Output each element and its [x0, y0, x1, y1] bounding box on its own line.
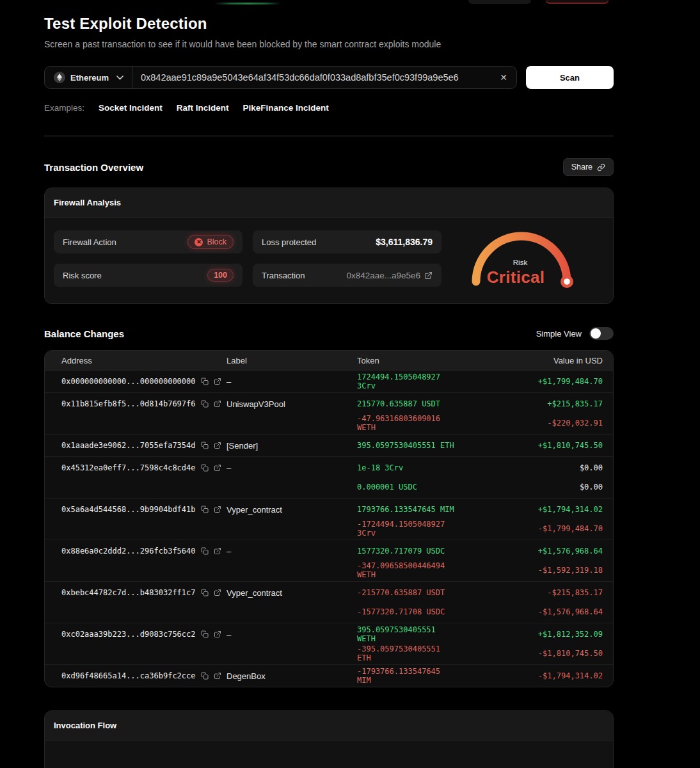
balance-changes-title: Balance Changes [44, 328, 124, 339]
usd-value: +$1,799,484.70 [456, 377, 603, 386]
address-label: [Sender] [227, 441, 357, 451]
address-label: – [227, 547, 357, 556]
token-amount: 0.000001 USDC [357, 483, 456, 492]
external-link-icon[interactable] [214, 672, 221, 680]
external-link-icon[interactable] [214, 378, 221, 385]
usd-value: -$1,592,319.18 [456, 566, 603, 575]
table-row: 0x88e6a0c2ddd2...296fcb3f5640–1577320.71… [45, 540, 613, 582]
transaction-label: Transaction [262, 271, 305, 280]
token-amount: 395.0597530405551 ETH [357, 441, 456, 450]
examples-row: Examples: Socket Incident Raft Incident … [44, 103, 614, 113]
address-label: UniswapV3Pool [227, 399, 357, 409]
address-label: Vyper_contract [227, 588, 357, 598]
copy-icon[interactable] [201, 442, 209, 449]
examples-label: Examples: [44, 103, 84, 113]
simple-view-label: Simple View [536, 329, 582, 339]
transaction-hash-link[interactable]: 0x842aae...a9e5e6 [346, 271, 433, 280]
copy-icon[interactable] [201, 672, 209, 680]
address-text: 0xd96f48665a14...ca36b9fc2cce [61, 671, 196, 680]
loss-protected-label: Loss protected [262, 237, 316, 247]
usd-value: +$215,835.17 [456, 399, 603, 408]
transaction-overview-title: Transaction Overview [44, 162, 143, 173]
usd-value: +$1,576,968.64 [456, 547, 603, 556]
token-amount: 1e-18 3Crv [357, 463, 456, 472]
table-row: 0xc02aaa39b223...d9083c756cc2–395.059753… [45, 623, 613, 665]
table-header: Address Label Token Value in USD [45, 351, 613, 371]
chain-selector[interactable]: Ethereum [45, 67, 132, 88]
example-raft-incident[interactable]: Raft Incident [177, 103, 229, 113]
example-socket-incident[interactable]: Socket Incident [99, 103, 163, 113]
toggle-knob [591, 328, 601, 339]
scan-button[interactable]: Scan [526, 66, 614, 89]
clear-input-icon[interactable]: ✕ [491, 72, 516, 83]
external-link-icon [424, 271, 433, 280]
external-link-icon[interactable] [214, 547, 221, 555]
token-amount: 1577320.717079 USDC [357, 547, 456, 556]
table-row: 0x45312ea0eff7...7598c4c8cd4e–1e-18 3Crv… [45, 457, 613, 499]
table-row: 0xd96f48665a14...ca36b9fc2cceDegenBox-17… [45, 665, 613, 687]
table-row: 0x11b815efb8f5...0d814b7697f6UniswapV3Po… [45, 393, 613, 435]
copy-icon[interactable] [201, 464, 209, 472]
nav-green-glow [214, 3, 282, 4]
token-amount: 395.0597530405551 WETH [357, 625, 456, 643]
balance-table-body: 0x000000000000...000000000000–1724494.15… [45, 371, 613, 687]
copy-icon[interactable] [201, 400, 209, 408]
risk-score-badge: 100 [207, 269, 234, 282]
top-nav-remnant [0, 0, 700, 6]
table-row: 0x5a6a4d544568...9b9904bdf41bVyper_contr… [45, 499, 613, 540]
chain-name: Ethereum [70, 73, 109, 83]
token-amount: -1724494.1505048927 3Crv [357, 520, 456, 538]
balance-changes-table: Address Label Token Value in USD 0x00000… [44, 350, 614, 687]
token-amount: -1793766.133547645 MIM [357, 667, 456, 685]
loss-protected-value: $3,611,836.79 [376, 237, 433, 247]
token-amount: -47.96316803609016 WETH [357, 414, 456, 432]
share-button[interactable]: Share [563, 158, 614, 176]
x-circle-icon: ✕ [195, 238, 203, 246]
example-pikefinance-incident[interactable]: PikeFinance Incident [243, 103, 329, 113]
copy-icon[interactable] [201, 506, 209, 513]
address-label: – [227, 630, 357, 639]
copy-icon[interactable] [201, 630, 209, 638]
table-row: 0x1aaade3e9062...7055efa7354d[Sender]395… [45, 435, 613, 457]
loss-protected-stat: Loss protected $3,611,836.79 [253, 230, 441, 253]
block-badge-label: Block [207, 237, 227, 246]
external-link-icon[interactable] [214, 506, 221, 513]
address-label: – [227, 377, 357, 387]
usd-value: +$1,810,745.50 [456, 441, 603, 450]
external-link-icon[interactable] [214, 400, 221, 408]
firewall-action-stat: Firewall Action ✕ Block [54, 230, 243, 253]
usd-value: -$1,576,968.64 [456, 607, 603, 616]
firewall-action-label: Firewall Action [63, 237, 116, 247]
usd-value: $0.00 [456, 463, 603, 472]
address-text: 0x45312ea0eff7...7598c4c8cd4e [61, 463, 196, 472]
col-label: Label [227, 356, 357, 365]
address-text: 0x11b815efb8f5...0d814b7697f6 [61, 399, 196, 408]
simple-view-toggle[interactable] [589, 327, 614, 340]
copy-icon[interactable] [201, 547, 209, 555]
token-amount: -347.09658500446494 WETH [357, 561, 456, 579]
external-link-icon[interactable] [214, 630, 221, 638]
page-subtitle: Screen a past transaction to see if it w… [44, 39, 614, 49]
runtime-trace-loader[interactable]: Runtime Trace Data Click to load detaile… [45, 740, 613, 768]
usd-value: -$215,835.17 [456, 588, 603, 597]
search-box: Ethereum ✕ [44, 66, 517, 89]
token-amount: -395.0597530405551 ETH [357, 644, 456, 662]
external-link-icon[interactable] [214, 464, 221, 472]
external-link-icon[interactable] [214, 589, 221, 596]
col-token: Token [357, 356, 456, 365]
risk-score-label: Risk score [63, 271, 102, 280]
ethereum-icon [54, 72, 65, 83]
nav-button-remnant-red [546, 0, 609, 4]
address-text: 0xc02aaa39b223...d9083c756cc2 [61, 630, 196, 639]
section-divider [44, 136, 614, 136]
token-amount: -215770.635887 USDT [357, 588, 456, 597]
external-link-icon[interactable] [214, 442, 221, 449]
copy-icon[interactable] [201, 589, 209, 596]
address-label: Vyper_contract [227, 505, 357, 515]
tx-hash-input[interactable] [133, 72, 491, 83]
usd-value: -$1,799,484.70 [456, 524, 603, 533]
chevron-down-icon [116, 76, 123, 80]
copy-icon[interactable] [201, 378, 209, 385]
firewall-card-header: Firewall Analysis [45, 188, 613, 218]
invocation-flow-card: Invocation Flow Runtime Trace Data Click… [44, 710, 614, 768]
